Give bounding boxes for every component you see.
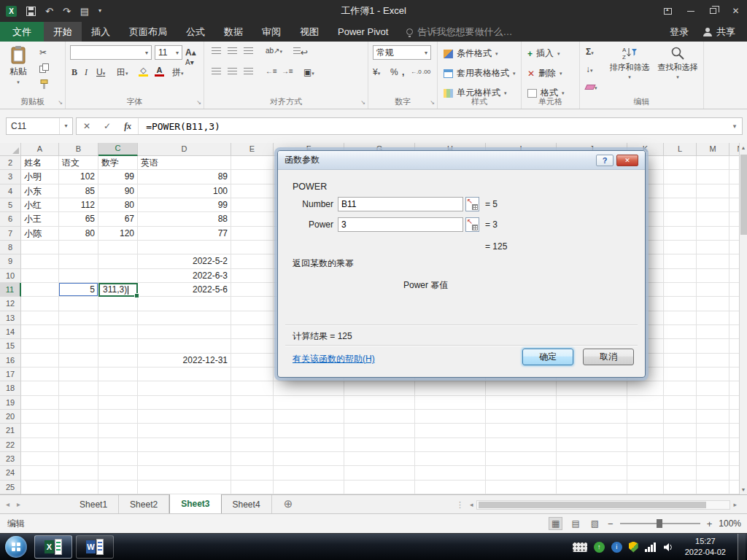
print-icon[interactable]: ▤ bbox=[80, 7, 89, 16]
cell-e11[interactable] bbox=[231, 283, 274, 297]
decrease-font-icon[interactable]: A▾ bbox=[185, 59, 194, 66]
cell-c6[interactable]: 67 bbox=[98, 212, 138, 226]
tell-me-box[interactable]: 告诉我您想要做什么… bbox=[398, 22, 521, 42]
dialog-titlebar[interactable]: 函数参数 ? ✕ bbox=[278, 151, 645, 170]
scroll-right-icon[interactable]: ▸ bbox=[733, 501, 737, 508]
decrease-indent-icon[interactable]: ←≡ bbox=[266, 68, 277, 75]
dialog-close-button[interactable]: ✕ bbox=[616, 155, 638, 166]
cell-c13[interactable] bbox=[98, 311, 138, 325]
cell-j23[interactable] bbox=[557, 452, 627, 466]
tab-数据[interactable]: 数据 bbox=[214, 22, 252, 42]
cell-n10[interactable] bbox=[729, 269, 739, 283]
cell-m15[interactable] bbox=[697, 339, 729, 353]
find-select-button[interactable]: 查找和选择 ▾ bbox=[654, 46, 701, 80]
cell-k20[interactable] bbox=[627, 410, 664, 424]
cell-n19[interactable] bbox=[729, 396, 739, 410]
cell-m5[interactable] bbox=[697, 198, 729, 212]
scroll-up-icon[interactable]: ▲ bbox=[740, 145, 747, 150]
cell-b4[interactable]: 85 bbox=[59, 184, 98, 198]
cell-b8[interactable] bbox=[59, 241, 98, 254]
tab-公式[interactable]: 公式 bbox=[177, 22, 214, 42]
row-header-24[interactable]: 24 bbox=[0, 466, 21, 480]
cell-a11[interactable] bbox=[21, 283, 59, 297]
cell-a19[interactable] bbox=[21, 396, 59, 410]
formula-input[interactable]: =POWER(B11,3) bbox=[139, 121, 727, 132]
column-header-c[interactable]: C bbox=[98, 143, 138, 156]
tab-file[interactable]: 文件 bbox=[0, 22, 44, 42]
increase-decimal-icon[interactable]: ←.0 bbox=[411, 69, 422, 75]
phonetic-guide-icon[interactable]: 拼▾ bbox=[172, 68, 184, 77]
cell-e19[interactable] bbox=[231, 396, 274, 410]
cell-c16[interactable] bbox=[98, 354, 138, 368]
network-icon[interactable] bbox=[645, 542, 657, 552]
row-header-18[interactable]: 18 bbox=[0, 381, 21, 395]
new-sheet-button[interactable]: ⊕ bbox=[282, 498, 295, 510]
minimize-button[interactable] bbox=[679, 0, 702, 22]
cell-n13[interactable] bbox=[729, 311, 739, 325]
cell-l4[interactable] bbox=[664, 184, 697, 198]
column-header-a[interactable]: A bbox=[21, 143, 59, 156]
cell-l19[interactable] bbox=[664, 396, 697, 410]
page-layout-view-icon[interactable]: ▤ bbox=[569, 518, 581, 529]
cell-c5[interactable]: 80 bbox=[98, 198, 138, 212]
cell-m11[interactable] bbox=[697, 283, 729, 297]
cell-m25[interactable] bbox=[697, 481, 729, 494]
zoom-out-icon[interactable]: − bbox=[608, 518, 614, 529]
bold-icon[interactable]: B bbox=[71, 68, 77, 77]
cell-b12[interactable] bbox=[59, 297, 98, 311]
font-color-icon[interactable]: A bbox=[155, 66, 164, 77]
cell-a20[interactable] bbox=[21, 410, 59, 424]
cell-m10[interactable] bbox=[697, 269, 729, 283]
cell-b14[interactable] bbox=[59, 325, 98, 339]
cell-d14[interactable] bbox=[138, 325, 231, 339]
cell-i23[interactable] bbox=[486, 452, 557, 466]
cell-m9[interactable] bbox=[697, 254, 729, 268]
cell-a12[interactable] bbox=[21, 297, 59, 311]
cell-b22[interactable] bbox=[59, 438, 98, 452]
cell-a6[interactable]: 小王 bbox=[21, 212, 59, 226]
increase-font-icon[interactable]: A▴ bbox=[185, 48, 196, 57]
font-dialog-launcher[interactable]: ↘ bbox=[196, 99, 201, 106]
restore-button[interactable] bbox=[702, 0, 724, 22]
cell-m14[interactable] bbox=[697, 325, 729, 339]
cell-n15[interactable] bbox=[729, 339, 739, 353]
row-header-10[interactable]: 10 bbox=[0, 269, 21, 283]
cell-e12[interactable] bbox=[231, 297, 274, 311]
percent-format-icon[interactable]: % bbox=[390, 68, 398, 77]
row-header-8[interactable]: 8 bbox=[0, 241, 21, 254]
cell-a21[interactable] bbox=[21, 424, 59, 438]
cell-d15[interactable] bbox=[138, 339, 231, 353]
cell-d19[interactable] bbox=[138, 396, 231, 410]
autosum-button[interactable]: Σ▾ bbox=[586, 47, 594, 56]
increase-indent-icon[interactable]: →≡ bbox=[282, 68, 293, 75]
cell-j22[interactable] bbox=[557, 438, 627, 452]
cell-d8[interactable] bbox=[138, 241, 231, 254]
cell-n16[interactable] bbox=[729, 354, 739, 368]
cell-n7[interactable] bbox=[729, 227, 739, 241]
cell-d17[interactable] bbox=[138, 368, 231, 381]
tab-页面布局[interactable]: 页面布局 bbox=[120, 22, 177, 42]
cell-n12[interactable] bbox=[729, 297, 739, 311]
cell-i20[interactable] bbox=[486, 410, 557, 424]
cell-c10[interactable] bbox=[98, 269, 138, 283]
orientation-icon[interactable]: ab↗▾ bbox=[266, 47, 282, 55]
cell-c22[interactable] bbox=[98, 438, 138, 452]
cell-d6[interactable]: 88 bbox=[138, 212, 231, 226]
row-header-13[interactable]: 13 bbox=[0, 311, 21, 325]
cell-d24[interactable] bbox=[138, 466, 231, 480]
cell-c12[interactable] bbox=[98, 297, 138, 311]
cell-e21[interactable] bbox=[231, 424, 274, 438]
cell-k23[interactable] bbox=[627, 452, 664, 466]
cell-m6[interactable] bbox=[697, 212, 729, 226]
cell-m24[interactable] bbox=[697, 466, 729, 480]
cell-e16[interactable] bbox=[231, 354, 274, 368]
cell-d4[interactable]: 100 bbox=[138, 184, 231, 198]
cell-l22[interactable] bbox=[664, 438, 697, 452]
delete-cells-button[interactable]: ✕删除▾ bbox=[527, 67, 562, 79]
horizontal-scrollbar[interactable]: ⋮ ◂ ▸ bbox=[456, 499, 737, 510]
cell-h21[interactable] bbox=[415, 424, 486, 438]
column-header-e[interactable]: E bbox=[231, 143, 274, 156]
cell-b2[interactable]: 语文 bbox=[59, 156, 98, 170]
zoom-slider-thumb[interactable] bbox=[657, 519, 662, 528]
align-right-icon[interactable] bbox=[244, 68, 253, 76]
